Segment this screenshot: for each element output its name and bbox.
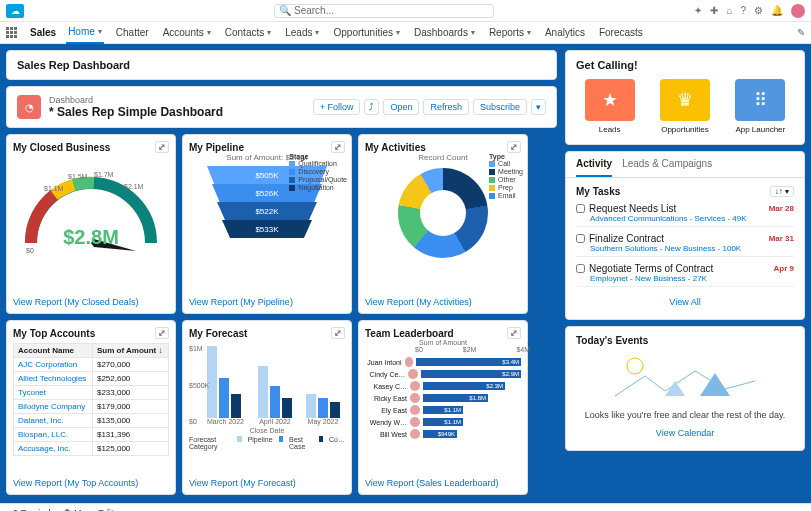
page-body: Sales Rep Dashboard ◔ Dashboard * Sales … (0, 44, 811, 503)
col-header[interactable]: Account Name (14, 344, 93, 358)
svg-text:$1.7M: $1.7M (94, 171, 114, 178)
report-link[interactable]: View Report (My Activities) (365, 297, 521, 307)
subscribe-button[interactable]: Subscribe (473, 99, 527, 115)
more-actions-button[interactable]: ▾ (531, 99, 546, 115)
col-header[interactable]: Sum of Amount ↓ (92, 344, 168, 358)
widget-top-accounts: My Top Accounts⤢ Account NameSum of Amou… (6, 320, 176, 495)
widget-title: My Pipeline (189, 142, 244, 153)
trailhead-icon[interactable]: ⌂ (726, 5, 732, 16)
tab-leads-campaigns[interactable]: Leads & Campaigns (622, 152, 712, 177)
nav-tab-reports[interactable]: Reports▾ (487, 22, 533, 44)
help-icon[interactable]: ? (740, 5, 746, 16)
table-row[interactable]: Datanet, Inc.$135,000 (14, 414, 169, 428)
nav-tab-accounts[interactable]: Accounts▾ (161, 22, 213, 44)
star-icon: ★ (585, 79, 635, 121)
search-icon: 🔍 (279, 5, 291, 16)
favorite-icon[interactable]: ✦ (694, 5, 702, 16)
expand-icon[interactable]: ⤢ (331, 141, 345, 153)
widget-title: My Activities (365, 142, 426, 153)
table-row[interactable]: AJC Corporation$270,000 (14, 358, 169, 372)
dashboard-icon: ◔ (17, 95, 41, 119)
leaderboard-row: Kasey C…$2.3M (365, 381, 521, 391)
donut-chart (398, 168, 488, 258)
task-item[interactable]: Finalize ContractMar 31Southern Solution… (576, 233, 794, 257)
leaderboard-bars: Juan Intoni$3.4MCindy Ce…$2.9MKasey C…$2… (365, 357, 521, 439)
avatar-icon (410, 417, 420, 427)
table-row[interactable]: Biospan, LLC.$131,396 (14, 428, 169, 442)
leaderboard-row: Cindy Ce…$2.9M (365, 369, 521, 379)
edit-nav-icon[interactable]: ✎ (797, 27, 805, 38)
add-icon[interactable]: ✚ (710, 5, 718, 16)
task-checkbox[interactable] (576, 204, 585, 213)
page-title: Sales Rep Dashboard (7, 51, 556, 79)
get-calling-card: Get Calling! ★Leads ♛Opportunities ⠿App … (565, 50, 805, 145)
table-row[interactable]: Accusage, Inc.$125,000 (14, 442, 169, 456)
nav-tab-forecasts[interactable]: Forecasts (597, 22, 645, 44)
avatar-icon (410, 405, 420, 415)
table-row[interactable]: Bilodyne Company$179,000 (14, 400, 169, 414)
table-row[interactable]: Allied Technologies$252,600 (14, 372, 169, 386)
sort-button[interactable]: ↓↑ ▾ (770, 186, 794, 197)
app-name: Sales (30, 27, 56, 38)
tile-opportunities[interactable]: ♛Opportunities (651, 79, 718, 134)
open-button[interactable]: Open (383, 99, 419, 115)
salesforce-logo: ☁ (6, 4, 24, 18)
nav-tab-home[interactable]: Home▾ (66, 22, 104, 44)
tab-activity[interactable]: Activity (576, 152, 612, 177)
side-tabs: Activity Leads & Campaigns (566, 152, 804, 178)
task-item[interactable]: Request Needs ListMar 28Advanced Communi… (576, 203, 794, 227)
nav-tab-chatter[interactable]: Chatter (114, 22, 151, 44)
expand-icon[interactable]: ⤢ (507, 327, 521, 339)
widget-closed-business: My Closed Business⤢ $0 $1.1M $1.5M $1.7M… (6, 134, 176, 314)
user-avatar[interactable] (791, 4, 805, 18)
nav-tab-contacts[interactable]: Contacts▾ (223, 22, 273, 44)
gauge-value: $2.8M (63, 226, 119, 249)
expand-icon[interactable]: ⤢ (507, 141, 521, 153)
expand-icon[interactable]: ⤢ (331, 327, 345, 339)
card-title: Get Calling! (566, 51, 804, 79)
leaderboard-row: Wendy W…$1.1M (365, 417, 521, 427)
nav-tab-analytics[interactable]: Analytics (543, 22, 587, 44)
svg-text:$1.5M: $1.5M (68, 173, 88, 180)
report-link[interactable]: View Report (My Top Accounts) (13, 478, 169, 488)
empty-text: Looks like you're free and clear the res… (576, 410, 794, 420)
expand-icon[interactable]: ⤢ (155, 141, 169, 153)
global-search[interactable]: 🔍 Search... (274, 4, 494, 18)
nav-tab-leads[interactable]: Leads▾ (283, 22, 321, 44)
avatar-icon (405, 357, 414, 367)
leaderboard-row: Ely East$1.1M (365, 405, 521, 415)
follow-button[interactable]: + Follow (313, 99, 361, 115)
footer-bar: ↺ Rewind 🗑 Mass Edit (0, 503, 811, 511)
widget-activities: My Activities⤢ Record Count Type Call Me… (358, 134, 528, 314)
report-link[interactable]: View Report (My Pipeline) (189, 297, 345, 307)
notifications-icon[interactable]: 🔔 (771, 5, 783, 16)
table-row[interactable]: Tyconet$233,000 (14, 386, 169, 400)
widget-title: My Closed Business (13, 142, 110, 153)
task-checkbox[interactable] (576, 234, 585, 243)
global-actions: ✦ ✚ ⌂ ? ⚙ 🔔 (694, 4, 805, 18)
app-launcher-icon[interactable] (6, 27, 20, 38)
nav-tab-opportunities[interactable]: Opportunities▾ (331, 22, 401, 44)
widget-pipeline: My Pipeline⤢ Sum of Amount: $2.1M $505K … (182, 134, 352, 314)
task-item[interactable]: Negotiate Terms of ContractApr 9Employne… (576, 263, 794, 287)
nav-tab-dashboards[interactable]: Dashboards▾ (412, 22, 477, 44)
widget-leaderboard: Team Leaderboard⤢ Sum of Amount $0$2M$4M… (358, 320, 528, 495)
share-button[interactable]: ⤴ (364, 99, 379, 115)
tile-leads[interactable]: ★Leads (576, 79, 643, 134)
expand-icon[interactable]: ⤢ (155, 327, 169, 339)
rewind-button[interactable]: ↺ Rewind (10, 508, 51, 512)
accounts-table: Account NameSum of Amount ↓ AJC Corporat… (13, 343, 169, 456)
report-link[interactable]: View Report (My Closed Deals) (13, 297, 169, 307)
view-calendar-link[interactable]: View Calendar (576, 424, 794, 442)
mass-edit-button[interactable]: 🗑 Mass Edit (63, 508, 114, 512)
svg-text:$0: $0 (26, 247, 34, 253)
task-checkbox[interactable] (576, 264, 585, 273)
report-link[interactable]: View Report (My Forecast) (189, 478, 345, 488)
report-link[interactable]: View Report (Sales Leaderboard) (365, 478, 521, 488)
leaderboard-row: Juan Intoni$3.4M (365, 357, 521, 367)
tile-app-launcher[interactable]: ⠿App Launcher (727, 79, 794, 134)
view-all-link[interactable]: View All (576, 293, 794, 311)
settings-icon[interactable]: ⚙ (754, 5, 763, 16)
leaderboard-row: Bill West$949K (365, 429, 521, 439)
refresh-button[interactable]: Refresh (423, 99, 469, 115)
